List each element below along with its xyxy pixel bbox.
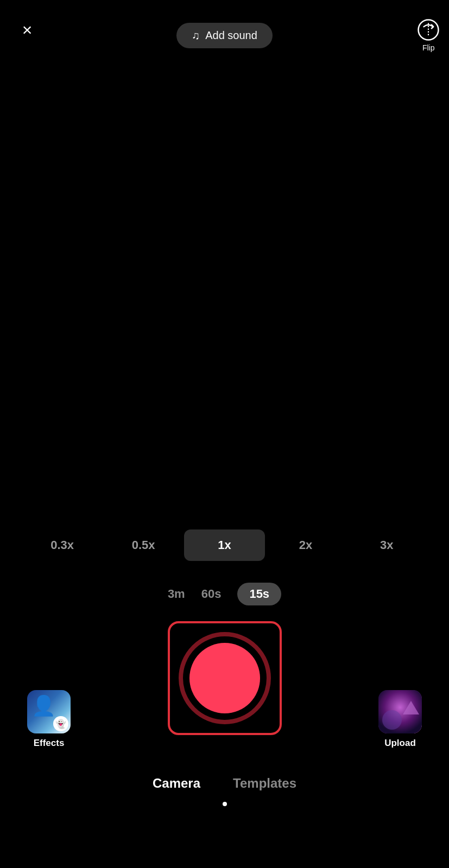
camera-viewfinder — [0, 54, 449, 542]
music-icon: ♫ — [192, 29, 200, 42]
speed-option-05x[interactable]: 0.5x — [103, 529, 184, 561]
bottom-tabs: Camera Templates — [0, 760, 449, 796]
close-icon: × — [22, 21, 33, 39]
speed-selector: 0.3x 0.5x 1x 2x 3x — [0, 526, 449, 564]
speed-option-1x[interactable]: 1x — [184, 529, 265, 561]
tab-camera[interactable]: Camera — [153, 770, 200, 796]
duration-15s[interactable]: 15s — [237, 583, 281, 605]
duration-60s[interactable]: 60s — [201, 587, 222, 601]
flip-button[interactable]: Flip — [417, 15, 440, 55]
speed-option-2x[interactable]: 2x — [265, 529, 346, 561]
upload-thumbnail — [378, 690, 422, 733]
bottom-indicator — [223, 802, 227, 806]
upload-thumbnail-svg — [378, 690, 422, 733]
add-sound-button[interactable]: ♫ Add sound — [176, 23, 273, 48]
svg-point-17 — [382, 710, 402, 730]
flip-icon — [417, 18, 440, 41]
close-button[interactable]: × — [16, 19, 38, 41]
top-bar: × ♫ Add sound — [0, 0, 449, 54]
flip-label: Flip — [422, 43, 435, 52]
record-button[interactable] — [165, 618, 284, 738]
bottom-nav: Camera Templates — [0, 760, 449, 868]
record-outer-border — [168, 621, 282, 735]
duration-3m[interactable]: 3m — [168, 587, 185, 601]
tab-templates[interactable]: Templates — [233, 770, 296, 796]
speed-option-3x[interactable]: 3x — [346, 529, 427, 561]
duration-selector: 3m 60s 15s — [0, 578, 449, 610]
add-sound-label: Add sound — [205, 29, 257, 42]
upload-button[interactable]: Upload — [378, 690, 422, 749]
speed-option-03x[interactable]: 0.3x — [22, 529, 103, 561]
upload-label: Upload — [384, 738, 416, 749]
